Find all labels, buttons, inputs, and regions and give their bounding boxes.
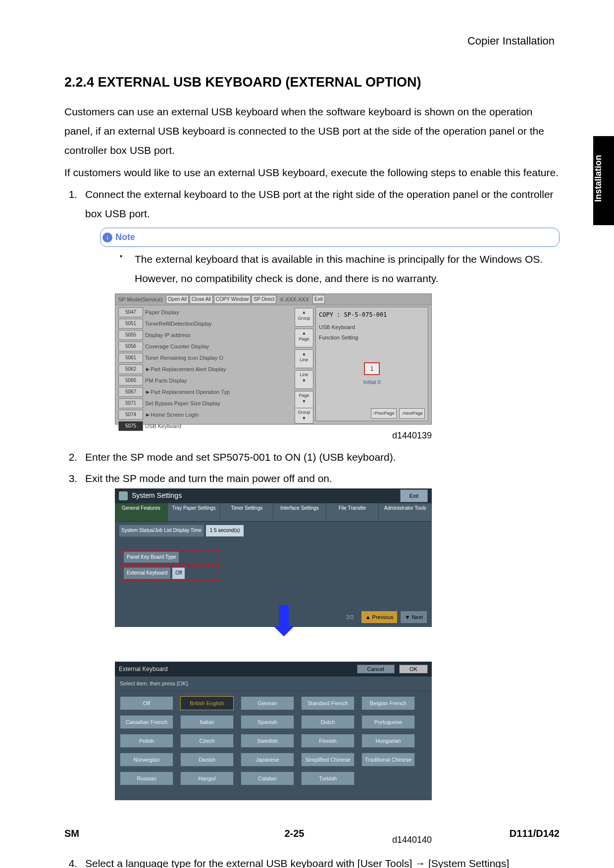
expand-icon: ▶ — [146, 365, 150, 374]
lang-portuguese[interactable]: Portuguese — [361, 715, 415, 729]
footer-right: D111/D142 — [510, 828, 560, 839]
footer-left: SM — [64, 828, 79, 839]
note-down-icon: ↓ — [102, 233, 112, 242]
tab-administrator-tools[interactable]: Administrator Tools — [379, 503, 432, 521]
sp-item-label: PM Parts Display — [145, 376, 187, 386]
sp-item-5051[interactable]: 5051 — [118, 319, 143, 329]
open-all-button[interactable]: Open All — [166, 295, 189, 304]
tab-file-transfer[interactable]: File Transfer — [326, 503, 379, 521]
expand-icon: ▶ — [146, 411, 150, 419]
sp-item-label: Set Bypass Paper Size Display — [145, 398, 220, 408]
lang-standard-french[interactable]: Standard French — [301, 696, 355, 710]
sp-item-5047[interactable]: 5047 — [118, 307, 143, 317]
select-hint: Select item, then press [OK]. — [115, 676, 432, 691]
sp-mode-screenshot: SP Mode(Service) Open All Close All COPY… — [115, 293, 432, 425]
sp-item-5067[interactable]: 5067 — [118, 387, 143, 397]
intro-p2: If customers would like to use an extern… — [64, 163, 560, 183]
sp-item-label: Paper Display — [145, 307, 179, 317]
lang-danish[interactable]: Danish — [180, 753, 234, 767]
next-page-button[interactable]: ↓NextPage — [399, 408, 425, 419]
page-down-button[interactable]: Page — [295, 391, 313, 410]
expand-icon: ▶ — [146, 388, 150, 396]
sp-initial: Initial 0 — [316, 377, 428, 387]
external-keyboard-title: External Keyboard — [119, 664, 168, 675]
sp-item-5071[interactable]: 5071 — [118, 398, 143, 408]
sp-item-5061[interactable]: 5061 — [118, 353, 143, 363]
note-label: Note — [115, 229, 135, 245]
lang-turkish[interactable]: Turkish — [301, 772, 355, 785]
sp-item-5075[interactable]: 5075 — [118, 421, 143, 431]
sp-value-box: 1 — [364, 362, 380, 375]
sp-item-5055[interactable]: 5055 — [118, 330, 143, 340]
lang-catalan[interactable]: Catalan — [241, 772, 294, 785]
lang-spanish[interactable]: Spanish — [241, 715, 294, 729]
section-title: 2.2.4 EXTERNAL USB KEYBOARD (EXTERNAL OP… — [64, 75, 560, 90]
note-box: ↓ Note — [100, 228, 560, 247]
tab-timer-settings[interactable]: Timer Settings — [220, 503, 273, 521]
previous-button[interactable]: ▲ Previous — [361, 611, 398, 623]
lang-russian[interactable]: Russian — [120, 772, 173, 785]
next-button[interactable]: ▼ Next — [401, 611, 427, 623]
panel-keyboard-row[interactable]: Panel Key Board Type — [121, 550, 220, 565]
lang-german[interactable]: German — [241, 696, 294, 710]
lang-simplified-chinese[interactable]: Simplified Chinese — [301, 753, 355, 767]
system-settings-title: System Settings — [132, 489, 182, 502]
lang-finnish[interactable]: Finnish — [301, 734, 355, 748]
tab-tray-paper-settings[interactable]: Tray Paper Settings — [168, 503, 221, 521]
exit-button[interactable]: Exit — [312, 295, 325, 304]
copy-window-button[interactable]: COPY Window — [214, 295, 251, 304]
sp-right-sub1: USB Keyboard — [316, 322, 428, 332]
lang-off[interactable]: Off — [120, 696, 173, 710]
footer-center: 2-25 — [284, 828, 304, 839]
step-4: Select a language type for the external … — [80, 854, 560, 868]
sp-item-label: Part Replacement Alert Display — [151, 364, 226, 374]
step-3: Exit the SP mode and turn the main power… — [80, 469, 560, 848]
external-keyboard-row[interactable]: External Keyboard Off — [121, 566, 220, 581]
sp-item-label: Part Replacement Operation Typ — [151, 387, 230, 397]
note-bullet: The external keyboard that is available … — [135, 250, 560, 289]
sp-item-5066[interactable]: 5066 — [118, 376, 143, 386]
sp-item-5062[interactable]: 5062 — [118, 364, 143, 374]
group-up-button[interactable]: Group — [295, 308, 313, 327]
sp-direct-button[interactable]: SP Direct — [252, 295, 276, 304]
sp-item-5074[interactable]: 5074 — [118, 410, 143, 420]
lang-czech[interactable]: Czech — [180, 734, 234, 748]
status-display-time-button[interactable]: System Status/Job List Display Time — [119, 525, 204, 537]
group-down-button[interactable]: Group — [295, 408, 313, 424]
lang-hangul[interactable]: Hangul — [180, 772, 234, 785]
lang-british-english[interactable]: British English — [180, 696, 234, 710]
lang-polish[interactable]: Polish — [120, 734, 173, 748]
sp-item-5056[interactable]: 5056 — [118, 341, 143, 351]
tab-interface-settings[interactable]: Interface Settings — [273, 503, 326, 521]
sp-item-label: Toner Remaining Icon Display O — [145, 353, 223, 363]
sp-code: X-XXX-XXX — [277, 294, 312, 304]
line-down-button[interactable]: Line — [295, 370, 313, 389]
prev-page-button[interactable]: ↑PrevPage — [371, 408, 397, 419]
lang-dutch[interactable]: Dutch — [301, 715, 355, 729]
step-2: Enter the SP mode and set SP5075-001 to … — [80, 448, 560, 467]
lang-swedish[interactable]: Swedish — [241, 734, 294, 748]
sp-item-label: TonerRefillDetectionDisplay — [145, 319, 212, 329]
sp-item-label: USB Keyboard — [145, 421, 181, 431]
line-up-button[interactable]: Line — [295, 349, 313, 368]
sp-item-label: Display IP address — [145, 330, 191, 340]
ok-button[interactable]: OK — [399, 665, 428, 674]
close-all-button[interactable]: Close All — [190, 295, 213, 304]
lang-norwegian[interactable]: Norwegian — [120, 753, 173, 767]
exit-button[interactable]: Exit — [400, 489, 428, 502]
sp-right-title: COPY : SP-5-075-001 — [316, 307, 428, 322]
step-1: Connect the external keyboard to the USB… — [80, 185, 560, 444]
lang-belgian-french[interactable]: Belgian French — [361, 696, 415, 710]
lang-canadian-french[interactable]: Canadian French — [120, 715, 173, 729]
page-up-button[interactable]: Page — [295, 329, 313, 347]
lang-traditional-chinese[interactable]: Traditional Chinese — [361, 753, 415, 767]
lang-italian[interactable]: Italian — [180, 715, 234, 729]
tab-general-features[interactable]: General Features — [115, 503, 168, 521]
lang-japanese[interactable]: Japanese — [241, 753, 294, 767]
sp-title: SP Mode(Service) — [115, 294, 165, 304]
status-display-time-value: 1 5 second(s) — [206, 525, 244, 536]
cancel-button[interactable]: Cancel — [357, 665, 395, 674]
arrow-down-icon: ⬇ — [266, 606, 301, 636]
side-tab-installation: Installation — [593, 136, 614, 225]
lang-hungarian[interactable]: Hungarian — [361, 734, 415, 748]
